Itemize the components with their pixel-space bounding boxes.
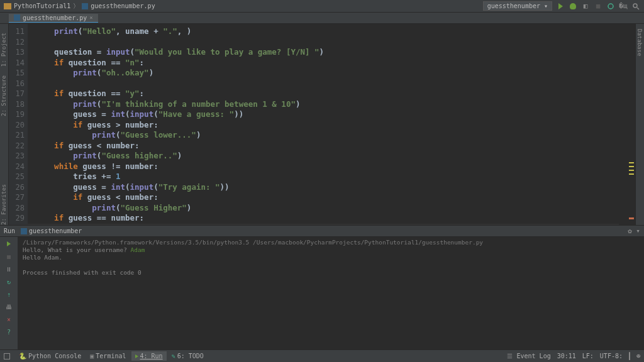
settings-icon[interactable]: ✿ ▾ [628, 227, 640, 235]
caret-position[interactable]: 30:11 [557, 353, 576, 359]
run-button[interactable] [556, 2, 565, 11]
rerun-button[interactable] [4, 239, 13, 248]
database-tool-button[interactable]: Database [636, 29, 643, 56]
svg-line-2 [637, 8, 639, 9]
terminal-tab[interactable]: ▣Terminal [86, 351, 130, 361]
favorites-tool-button[interactable]: 2: Favorites [1, 184, 7, 225]
debug-button[interactable] [569, 2, 577, 11]
run-config-selector[interactable]: guessthenumber ▾ [483, 1, 552, 11]
top-toolbar: PythonTutorial1 〉 guessthenumber.py gues… [0, 0, 644, 13]
search-everywhere-button[interactable]: �щ [619, 2, 628, 11]
hector-icon[interactable]: ☻ [636, 353, 640, 359]
event-log-button[interactable]: ☰ Event Log [507, 353, 550, 359]
stop-button[interactable]: ■ [594, 2, 602, 11]
breadcrumb[interactable]: PythonTutorial1 〉 guessthenumber.py [4, 2, 155, 11]
encoding[interactable]: UTF-8: [600, 353, 623, 359]
left-tool-rail: 1: Project 2: Structure 2: Favorites [0, 24, 9, 236]
project-tool-button[interactable]: 1: Project [1, 33, 7, 67]
tab-guessthenumber[interactable]: guessthenumber.py × [9, 14, 98, 23]
line-separator[interactable]: LF: [582, 353, 594, 359]
run-tab[interactable]: 4: Run [131, 351, 167, 361]
help-button[interactable]: ? [4, 327, 13, 336]
code-editor[interactable]: 1112131415161718192021222324252627282930… [9, 24, 635, 236]
restart-button[interactable]: ↻ [4, 277, 13, 286]
tab-label: guessthenumber.py [23, 14, 87, 21]
close-icon[interactable]: × [89, 14, 92, 21]
line-gutter: 1112131415161718192021222324252627282930… [9, 24, 28, 236]
run-toolbar: ■ ⏸ ↻ ⇡ 🖶 × ? [0, 237, 18, 350]
run-tool-window: Run guessthenumber ✿ ▾ ■ ⏸ ↻ ⇡ 🖶 × ? /Li… [0, 225, 644, 349]
structure-tool-button[interactable]: 2: Structure [1, 75, 7, 116]
python-file-icon [14, 14, 20, 21]
breadcrumb-file: guessthenumber.py [91, 3, 155, 9]
todo-tab[interactable]: ✎6: TODO [168, 351, 208, 361]
print-button[interactable]: 🖶 [4, 302, 13, 311]
run-label: Run [4, 228, 15, 234]
python-file-icon [21, 228, 27, 234]
stop-button[interactable]: ■ [4, 252, 13, 261]
lock-icon[interactable] [629, 353, 630, 359]
run-config-name: guessthenumber [29, 228, 82, 234]
console-output[interactable]: /Library/Frameworks/Python.framework/Ver… [18, 237, 644, 350]
editor-tabs: guessthenumber.py × [0, 13, 644, 24]
right-tool-rail: Database [635, 24, 644, 236]
up-button[interactable]: ⇡ [4, 290, 13, 299]
status-bar: 🐍Python Console ▣Terminal 4: Run ✎6: TOD… [0, 349, 644, 362]
code-area[interactable]: print("Hello", uname + ".", ) question =… [28, 24, 635, 236]
python-file-icon [82, 3, 88, 9]
folder-icon [4, 3, 11, 9]
pause-button[interactable]: ⏸ [4, 265, 13, 273]
close-button[interactable]: × [4, 315, 13, 324]
svg-point-0 [608, 4, 613, 9]
tool-windows-icon[interactable] [4, 353, 10, 359]
run-header[interactable]: Run guessthenumber ✿ ▾ [0, 226, 644, 237]
coverage-button[interactable]: ◧ [581, 2, 590, 11]
svg-point-1 [633, 4, 637, 8]
search-icon[interactable] [631, 2, 640, 11]
breadcrumb-project: PythonTutorial1 [14, 3, 70, 9]
interpreter-path: /Library/Frameworks/Python.framework/Ver… [23, 239, 639, 246]
python-console-tab[interactable]: 🐍Python Console [15, 351, 85, 361]
update-button[interactable] [606, 2, 615, 11]
